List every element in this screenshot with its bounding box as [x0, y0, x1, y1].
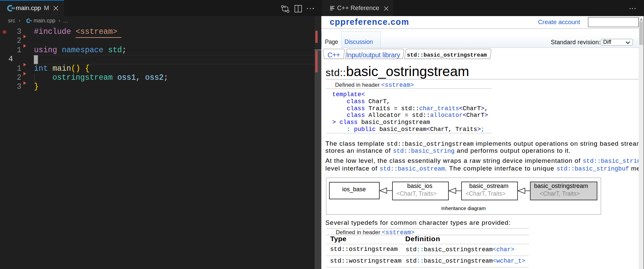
svg-text:ios_base: ios_base: [342, 186, 366, 193]
svg-text:basic_ostringstream: basic_ostringstream: [534, 183, 588, 190]
svg-text:<CharT, Traits>: <CharT, Traits>: [466, 190, 506, 197]
svg-text:Inheritance diagram: Inheritance diagram: [441, 205, 486, 211]
svg-text:std::basic_ostringstream: std::basic_ostringstream: [407, 52, 487, 58]
svg-text:Input/output library: Input/output library: [346, 51, 400, 59]
svg-text:basic_ostream: basic_ostream: [469, 183, 508, 190]
svg-text:<CharT, Traits>: <CharT, Traits>: [540, 190, 580, 197]
svg-text:C++: C++: [328, 51, 340, 59]
svg-text:basic_ios: basic_ios: [407, 183, 432, 190]
svg-text:<CharT, Traits>: <CharT, Traits>: [396, 190, 437, 197]
